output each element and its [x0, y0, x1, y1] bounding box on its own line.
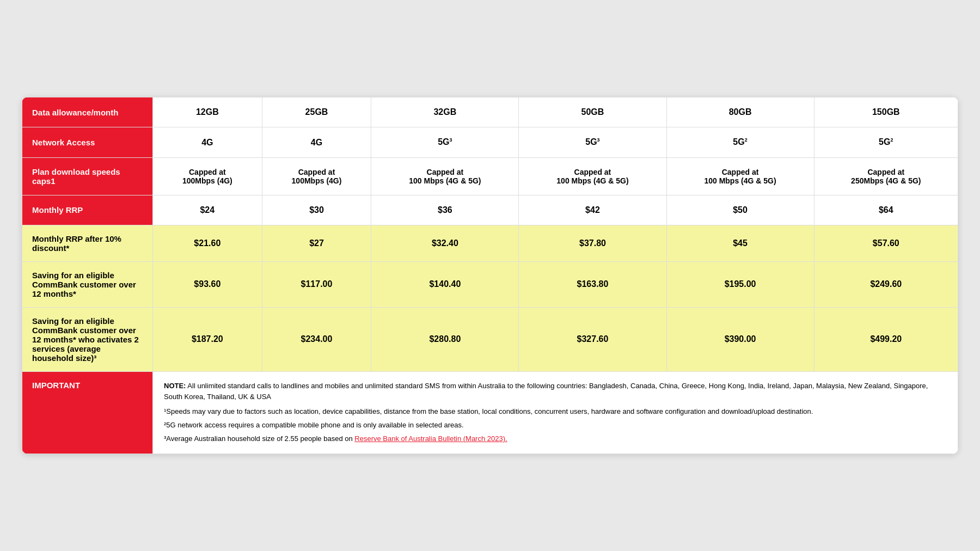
row-speeds: Plan download speeds caps1 Capped at100M… — [22, 157, 958, 195]
cell-discount-150gb: $57.60 — [814, 225, 958, 261]
row-saving-2services: Saving for an eligible CommBank customer… — [22, 307, 958, 371]
cell-rrp-50gb: $42 — [519, 195, 666, 225]
cell-saving12-25gb: $117.00 — [262, 261, 371, 307]
cell-rrp-80gb: $50 — [666, 195, 814, 225]
label-saving-2services: Saving for an eligible CommBank customer… — [22, 307, 153, 371]
cell-network-80gb: 5G2 — [666, 127, 814, 157]
cell-saving12-150gb: $249.60 — [814, 261, 958, 307]
pricing-table: Data allowance/month 12GB 25GB 32GB 50GB… — [22, 97, 958, 454]
cell-rrp-12gb: $24 — [153, 195, 262, 225]
cell-discount-50gb: $37.80 — [519, 225, 666, 261]
cell-speed-12gb: Capped at100Mbps (4G) — [153, 157, 262, 195]
footnote1: ¹Speeds may vary due to factors such as … — [164, 406, 947, 418]
cell-150gb: 150GB — [814, 97, 958, 127]
cell-saving2svc-12gb: $187.20 — [153, 307, 262, 371]
cell-saving2svc-25gb: $234.00 — [262, 307, 371, 371]
cell-saving2svc-32gb: $280.80 — [371, 307, 519, 371]
row-monthly-rrp: Monthly RRP $24 $30 $36 $42 $50 $64 — [22, 195, 958, 225]
cell-25gb: 25GB — [262, 97, 371, 127]
cell-12gb: 12GB — [153, 97, 262, 127]
cell-saving2svc-80gb: $390.00 — [666, 307, 814, 371]
footnote3: ³Average Australian household size of 2.… — [164, 433, 947, 445]
cell-32gb: 32GB — [371, 97, 519, 127]
cell-rrp-32gb: $36 — [371, 195, 519, 225]
footnote3-link[interactable]: Reserve Bank of Australia Bulletin (Marc… — [354, 434, 507, 443]
footnote2: ²5G network access requires a compatible… — [164, 420, 947, 431]
note-bold-label: NOTE: — [164, 382, 186, 390]
cell-speed-25gb: Capped at100Mbps (4G) — [262, 157, 371, 195]
cell-saving2svc-150gb: $499.20 — [814, 307, 958, 371]
note-text: All unlimited standard calls to landline… — [164, 382, 928, 401]
label-speeds: Plan download speeds caps1 — [22, 157, 153, 195]
cell-50gb: 50GB — [519, 97, 666, 127]
label-discount-rrp: Monthly RRP after 10% discount* — [22, 225, 153, 261]
cell-network-25gb: 4G — [262, 127, 371, 157]
label-data-allowance: Data allowance/month — [22, 97, 153, 127]
cell-speed-150gb: Capped at250Mbps (4G & 5G) — [814, 157, 958, 195]
cell-saving2svc-50gb: $327.60 — [519, 307, 666, 371]
footnote3-prefix: ³Average Australian household size of 2.… — [164, 434, 354, 443]
cell-network-150gb: 5G2 — [814, 127, 958, 157]
row-network-access: Network Access 4G 4G 5G3 5G3 5G2 5G2 — [22, 127, 958, 157]
cell-discount-25gb: $27 — [262, 225, 371, 261]
label-saving-12months: Saving for an eligible CommBank customer… — [22, 261, 153, 307]
important-content: NOTE: All unlimited standard calls to la… — [153, 371, 958, 454]
label-important: IMPORTANT — [22, 371, 153, 454]
cell-speed-32gb: Capped at100 Mbps (4G & 5G) — [371, 157, 519, 195]
cell-80gb: 80GB — [666, 97, 814, 127]
cell-speed-50gb: Capped at100 Mbps (4G & 5G) — [519, 157, 666, 195]
cell-saving12-12gb: $93.60 — [153, 261, 262, 307]
cell-saving12-80gb: $195.00 — [666, 261, 814, 307]
cell-discount-12gb: $21.60 — [153, 225, 262, 261]
cell-rrp-25gb: $30 — [262, 195, 371, 225]
cell-saving12-50gb: $163.80 — [519, 261, 666, 307]
cell-discount-80gb: $45 — [666, 225, 814, 261]
pricing-table-wrapper: Data allowance/month 12GB 25GB 32GB 50GB… — [22, 97, 958, 454]
cell-network-50gb: 5G3 — [519, 127, 666, 157]
cell-speed-80gb: Capped at100 Mbps (4G & 5G) — [666, 157, 814, 195]
cell-network-12gb: 4G — [153, 127, 262, 157]
row-saving-12months: Saving for an eligible CommBank customer… — [22, 261, 958, 307]
cell-network-32gb: 5G3 — [371, 127, 519, 157]
row-important: IMPORTANT NOTE: All unlimited standard c… — [22, 371, 958, 454]
cell-discount-32gb: $32.40 — [371, 225, 519, 261]
cell-saving12-32gb: $140.40 — [371, 261, 519, 307]
row-data-allowance: Data allowance/month 12GB 25GB 32GB 50GB… — [22, 97, 958, 127]
important-note: NOTE: All unlimited standard calls to la… — [164, 381, 947, 403]
label-monthly-rrp: Monthly RRP — [22, 195, 153, 225]
row-discount-rrp: Monthly RRP after 10% discount* $21.60 $… — [22, 225, 958, 261]
label-network-access: Network Access — [22, 127, 153, 157]
cell-rrp-150gb: $64 — [814, 195, 958, 225]
